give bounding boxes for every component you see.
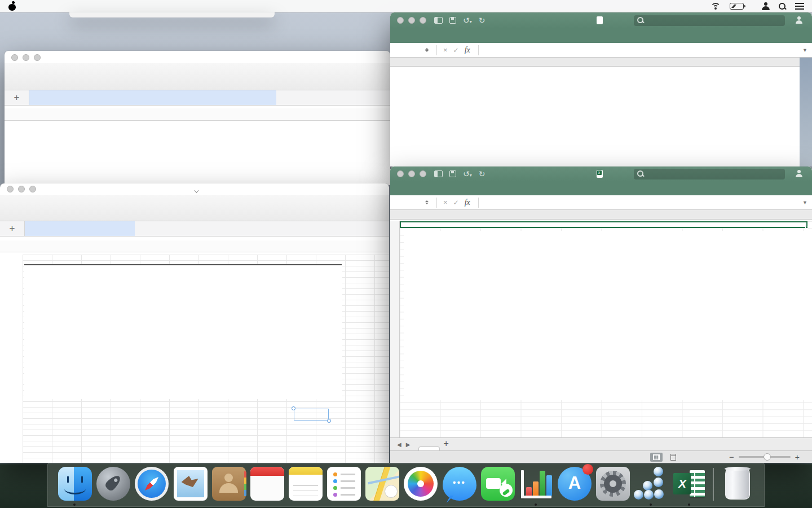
apple-menu-icon[interactable] [8, 2, 16, 11]
redo-icon[interactable]: ↻ [479, 16, 486, 24]
battery-icon[interactable] [730, 3, 744, 10]
dock-facetime[interactable] [480, 467, 514, 504]
column-headers [0, 240, 389, 252]
facetime-icon [481, 467, 515, 501]
dock-launchpad[interactable] [96, 467, 130, 504]
share-icon[interactable] [795, 16, 804, 24]
shape-handle[interactable] [292, 406, 295, 410]
fill-handle[interactable] [805, 226, 808, 229]
zoom-button[interactable] [420, 170, 426, 177]
sheet-tab-bar: + [0, 221, 389, 237]
undo-icon[interactable]: ↺▾ [463, 170, 472, 178]
undo-icon[interactable]: ↺▾ [463, 16, 472, 24]
dock-calendar[interactable] [250, 467, 284, 504]
title-bar[interactable]: ↺▾ ↻ [390, 12, 812, 28]
dock-statplus[interactable] [634, 467, 668, 504]
dock-system-preferences[interactable] [595, 467, 629, 504]
dock-contacts[interactable] [211, 467, 245, 504]
zoom-slider[interactable] [739, 456, 791, 458]
prev-sheet-icon[interactable]: ◀ [397, 441, 406, 448]
formula-bar: × ✓ fx ▼ [390, 195, 812, 210]
toolbar [5, 63, 390, 90]
add-sheet-button[interactable]: + [0, 221, 25, 236]
selected-cell-range[interactable] [400, 221, 807, 228]
spotlight-icon[interactable] [779, 3, 786, 10]
excel-document-icon [597, 170, 603, 178]
dock-app-store[interactable] [557, 467, 591, 504]
insert-function-icon[interactable]: fx [465, 46, 470, 55]
dock-charts-app[interactable] [519, 467, 553, 504]
dock-messages[interactable]: ••• [442, 467, 476, 504]
tab-data[interactable] [29, 90, 276, 105]
name-box-stepper[interactable] [423, 199, 431, 206]
zoom-in-icon[interactable]: + [795, 453, 800, 462]
fast-user-switch-icon[interactable] [762, 2, 770, 10]
sidebar-toggle-icon[interactable] [434, 170, 443, 177]
normal-view-icon[interactable] [650, 453, 663, 462]
dock-finder[interactable] [58, 467, 91, 504]
notification-center-icon[interactable] [795, 3, 804, 10]
dock-trash[interactable] [721, 467, 754, 504]
minimize-button[interactable] [23, 54, 29, 61]
selected-shape[interactable] [294, 409, 329, 421]
minimize-button[interactable] [408, 17, 415, 24]
close-button[interactable] [397, 17, 404, 24]
notification-badge [582, 464, 593, 475]
window-controls[interactable] [11, 54, 41, 61]
search-icon [637, 170, 645, 178]
add-sheet-button[interactable]: + [5, 90, 29, 105]
save-icon[interactable] [449, 17, 456, 24]
running-indicator [535, 503, 537, 506]
next-sheet-icon[interactable]: ▶ [406, 441, 415, 448]
zoom-button[interactable] [34, 54, 41, 61]
window-controls[interactable] [397, 170, 426, 177]
window-controls[interactable] [397, 17, 426, 24]
cancel-icon[interactable]: × [443, 198, 448, 207]
minimize-button[interactable] [408, 170, 415, 177]
search-sheet-field[interactable] [634, 15, 785, 26]
zoom-button[interactable] [420, 17, 426, 24]
shape-handle[interactable] [327, 419, 331, 423]
cancel-icon[interactable]: × [443, 46, 448, 54]
wifi-icon[interactable] [710, 3, 721, 10]
ribbon-tabs [390, 181, 812, 195]
zoom-out-icon[interactable]: − [729, 452, 734, 462]
dock-maps[interactable] [365, 467, 399, 504]
finder-icon [58, 467, 92, 501]
search-icon [637, 17, 645, 24]
name-box-stepper[interactable] [423, 46, 431, 54]
enter-icon[interactable]: ✓ [453, 199, 459, 207]
redo-icon[interactable]: ↻ [479, 170, 486, 178]
dock-mail[interactable] [173, 467, 207, 504]
tab-results[interactable] [418, 446, 440, 450]
dock-notes[interactable] [288, 467, 322, 504]
sheet-grid [390, 67, 800, 167]
box-plot-chart[interactable] [404, 231, 812, 400]
save-icon[interactable] [449, 170, 456, 177]
sidebar-toggle-icon[interactable] [434, 17, 443, 24]
dock-photos[interactable] [403, 467, 437, 504]
maps-icon [365, 467, 399, 501]
insert-function-icon[interactable]: fx [465, 198, 470, 207]
page-layout-view-icon[interactable] [667, 453, 679, 462]
launchpad-icon [96, 467, 130, 501]
photos-icon [404, 467, 438, 501]
enter-icon[interactable]: ✓ [453, 46, 459, 54]
dock-excel[interactable] [672, 467, 706, 504]
close-button[interactable] [397, 170, 404, 177]
running-indicator [688, 503, 690, 506]
search-sheet-field[interactable] [634, 169, 785, 179]
formula-bar-expand-icon[interactable]: ▼ [802, 47, 807, 53]
share-icon[interactable] [795, 170, 804, 177]
add-sheet-button[interactable]: + [443, 439, 448, 450]
column-headers [390, 210, 812, 220]
box-plot-chart[interactable] [24, 265, 342, 399]
formula-bar-expand-icon[interactable]: ▼ [802, 200, 807, 205]
tab-results[interactable] [25, 221, 135, 236]
dock-reminders[interactable] [326, 467, 360, 504]
dock-safari[interactable] [134, 467, 168, 504]
title-bar[interactable]: ↺▾ ↻ [390, 167, 812, 181]
close-button[interactable] [11, 54, 18, 61]
reminders-icon [327, 467, 361, 501]
offscreen-edge [800, 58, 812, 167]
